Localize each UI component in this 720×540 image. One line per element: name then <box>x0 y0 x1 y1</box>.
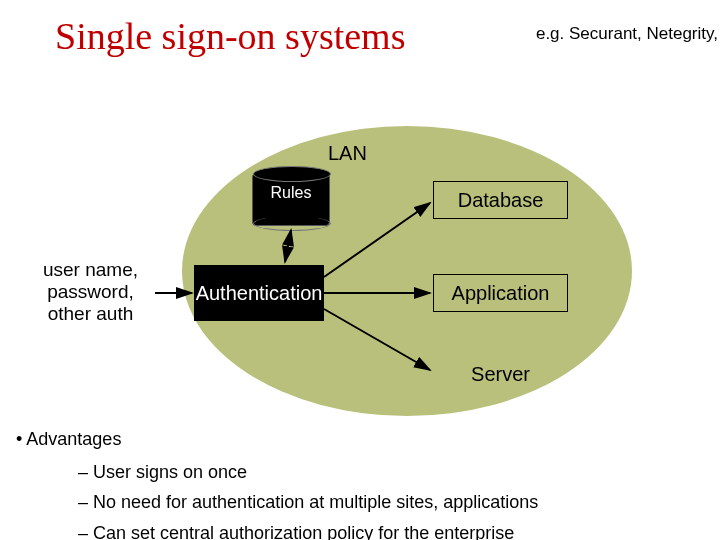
server-box: Server <box>433 355 568 393</box>
auth-label: Authentication <box>196 283 323 304</box>
server-label: Server <box>471 363 530 386</box>
list-item: User signs on once <box>78 461 538 484</box>
list-item: Can set central authorization policy for… <box>78 522 538 541</box>
database-box: Database <box>433 181 568 219</box>
auth-block: Authentication <box>194 265 324 321</box>
page-title: Single sign-on systems <box>55 14 405 58</box>
rules-cylinder: Rules <box>252 173 330 226</box>
database-label: Database <box>458 189 544 212</box>
lan-label: LAN <box>328 142 367 165</box>
credentials-label: user name, password, other auth <box>18 259 163 325</box>
list-item: No need for authentication at multiple s… <box>78 491 538 514</box>
application-label: Application <box>452 282 550 305</box>
creds-line2: password, <box>47 281 134 302</box>
creds-line1: user name, <box>43 259 138 280</box>
application-box: Application <box>433 274 568 312</box>
creds-line3: other auth <box>48 303 134 324</box>
subtitle-examples: e.g. Securant, Netegrity, <box>536 24 718 44</box>
advantages-section: Advantages User signs on once No need fo… <box>16 428 538 540</box>
rules-label: Rules <box>271 184 312 201</box>
advantages-heading: Advantages <box>26 429 121 449</box>
